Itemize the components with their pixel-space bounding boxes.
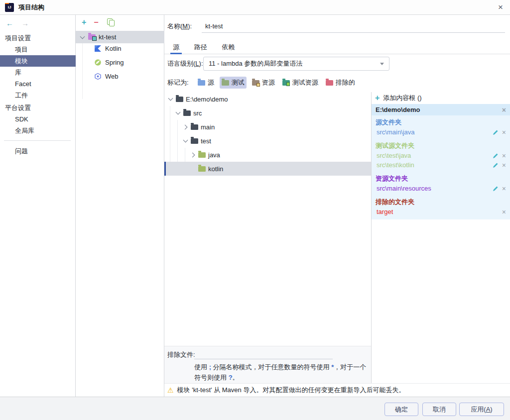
tree-node-java[interactable]: java <box>164 148 371 162</box>
sidebar-item-facets[interactable]: Facet <box>0 78 76 90</box>
facet-label: Spring <box>105 59 124 66</box>
tree-node-kotlin[interactable]: kotlin <box>164 162 371 176</box>
group-title: 资源文件夹 <box>372 174 510 184</box>
folder-path[interactable]: src\main\java <box>377 128 489 136</box>
remove-icon[interactable]: − <box>94 18 98 26</box>
modules-toolbar: + − <box>82 17 114 27</box>
folder-icon <box>191 138 198 144</box>
mark-as-sources[interactable]: 源 <box>196 77 216 89</box>
folder-icon <box>183 110 191 116</box>
group-title: 测试源文件夹 <box>372 141 510 151</box>
language-level-label: 语言级别(L): <box>167 57 203 71</box>
ok-button[interactable]: 确定 <box>384 403 418 416</box>
test-source-folder-icon <box>198 152 206 158</box>
tab-paths[interactable]: 路径 <box>192 40 210 54</box>
tab-dependencies[interactable]: 依赖 <box>219 40 237 54</box>
add-icon: + <box>375 94 380 102</box>
remove-icon[interactable]: × <box>502 106 506 113</box>
tab-sources[interactable]: 源 <box>170 40 182 54</box>
test-source-folders-group: 测试源文件夹 src\test\java × src\test\kotlin × <box>372 141 510 170</box>
chevron-right-icon[interactable] <box>190 152 196 158</box>
chevron-placeholder <box>190 166 196 172</box>
forward-arrow-icon[interactable]: → <box>21 19 29 27</box>
close-icon[interactable]: × <box>498 2 503 12</box>
folder-path[interactable]: src\main\resources <box>377 185 489 192</box>
tree-node-src[interactable]: src <box>164 106 371 120</box>
section-platform-settings: 平台设置 <box>0 102 76 113</box>
module-facet-kotlin[interactable]: Kotlin <box>76 41 164 55</box>
edit-icon[interactable] <box>493 129 499 135</box>
remove-icon[interactable]: × <box>502 185 506 192</box>
module-facet-spring[interactable]: Spring <box>76 55 164 69</box>
remove-icon[interactable]: × <box>502 209 506 215</box>
tests-folder-icon <box>222 80 229 86</box>
chevron-down-icon[interactable] <box>175 110 181 116</box>
sources-folder-icon <box>198 80 205 86</box>
chevron-right-icon[interactable] <box>182 124 188 130</box>
mark-as-label: 标记为: <box>167 78 189 87</box>
mark-as-row: 标记为: 源 测试 资源 测试资源 排除的 <box>164 76 510 90</box>
dialog-footer: 确定 取消 应用(A) <box>0 397 510 420</box>
edit-icon[interactable] <box>493 162 499 168</box>
tree-node-root[interactable]: E:\demo\demo <box>164 92 371 106</box>
content-root-item: src\test\java × <box>372 151 510 160</box>
project-structure-dialog: IJ 项目结构 × ← → 项目设置 项目 模块 库 Facet 工件 平台设置… <box>0 0 510 420</box>
add-icon[interactable]: + <box>82 18 86 26</box>
exclude-files-input[interactable] <box>194 348 333 359</box>
edit-icon[interactable] <box>493 186 499 192</box>
details-tabs: 源 路径 依赖 <box>164 40 510 54</box>
tree-node-test[interactable]: test <box>164 134 371 148</box>
exclude-files-hint: 使用 ; 分隔名称模式，对于任意数量的符号使用 *，对于一个符号则使用 ?。 <box>194 362 370 383</box>
mark-as-tests[interactable]: 测试 <box>220 77 247 89</box>
excluded-folders-group: 排除的文件夹 target × <box>372 197 510 216</box>
mark-as-test-resources[interactable]: 测试资源 <box>280 77 320 89</box>
exclude-files-label: 排除文件: <box>167 350 195 359</box>
folder-path[interactable]: src\test\kotlin <box>377 161 489 169</box>
warning-icon: ⚠ <box>167 386 174 394</box>
add-content-root[interactable]: + 添加内容根 () <box>372 92 510 104</box>
cancel-button[interactable]: 取消 <box>422 403 456 416</box>
sidebar-item-sdk[interactable]: SDK <box>0 113 76 125</box>
folder-path[interactable]: src\test\java <box>377 152 489 159</box>
sidebar-item-libraries[interactable]: 库 <box>0 67 76 78</box>
chevron-down-icon[interactable] <box>79 34 85 40</box>
module-facet-web[interactable]: Web <box>76 69 164 83</box>
content-root-tree: E:\demo\demo src main test java <box>164 92 371 346</box>
excluded-folder-icon <box>326 80 333 86</box>
mark-as-excluded[interactable]: 排除的 <box>324 77 357 89</box>
titlebar: IJ 项目结构 × <box>0 0 510 15</box>
apply-button[interactable]: 应用(A) <box>459 403 504 416</box>
copy-icon[interactable] <box>109 20 114 25</box>
folder-path[interactable]: target <box>377 208 499 215</box>
content-root-item: src\main\resources × <box>372 184 510 193</box>
module-details-panel: 名称(M): kt-test 源 路径 依赖 语言级别(L): 11 - lam… <box>164 15 510 397</box>
web-icon <box>94 73 102 80</box>
sidebar-item-problems[interactable]: 问题 <box>0 145 76 157</box>
source-folders-group: 源文件夹 src\main\java × <box>372 117 510 137</box>
sidebar-item-artifacts[interactable]: 工件 <box>0 90 76 101</box>
window-title: 项目结构 <box>18 3 44 12</box>
divider <box>4 140 71 141</box>
back-arrow-icon[interactable]: ← <box>6 19 13 27</box>
exclude-files-section: 排除文件: 使用 ; 分隔名称模式，对于任意数量的符号使用 *，对于一个符号则使… <box>164 346 371 384</box>
tree-node-main[interactable]: main <box>164 120 371 134</box>
chevron-down-icon[interactable] <box>182 138 188 144</box>
folder-icon <box>191 124 198 130</box>
module-folder-icon <box>88 34 96 40</box>
remove-icon[interactable]: × <box>502 152 506 159</box>
content-root-item: src\main\java × <box>372 127 510 137</box>
sidebar-item-project[interactable]: 项目 <box>0 44 76 55</box>
sidebar-item-modules[interactable]: 模块 <box>0 55 76 67</box>
language-level-select[interactable]: 11 - lambda 参数的局部变量语法 <box>203 57 389 71</box>
remove-icon[interactable]: × <box>502 162 506 169</box>
remove-icon[interactable]: × <box>502 129 506 136</box>
content-root-item: target × <box>372 207 510 216</box>
module-name: kt-test <box>99 33 116 41</box>
module-name-input[interactable]: kt-test <box>202 20 505 33</box>
mark-as-resources[interactable]: 资源 <box>250 77 277 89</box>
warning-text: 模块 'kt-test' 从 Maven 导入。对其配置做出的任何变更在重新导入… <box>177 386 405 395</box>
edit-icon[interactable] <box>493 153 499 159</box>
intellij-logo-icon: IJ <box>5 3 14 12</box>
sidebar-item-global-libraries[interactable]: 全局库 <box>0 125 76 136</box>
chevron-down-icon[interactable] <box>167 96 173 102</box>
